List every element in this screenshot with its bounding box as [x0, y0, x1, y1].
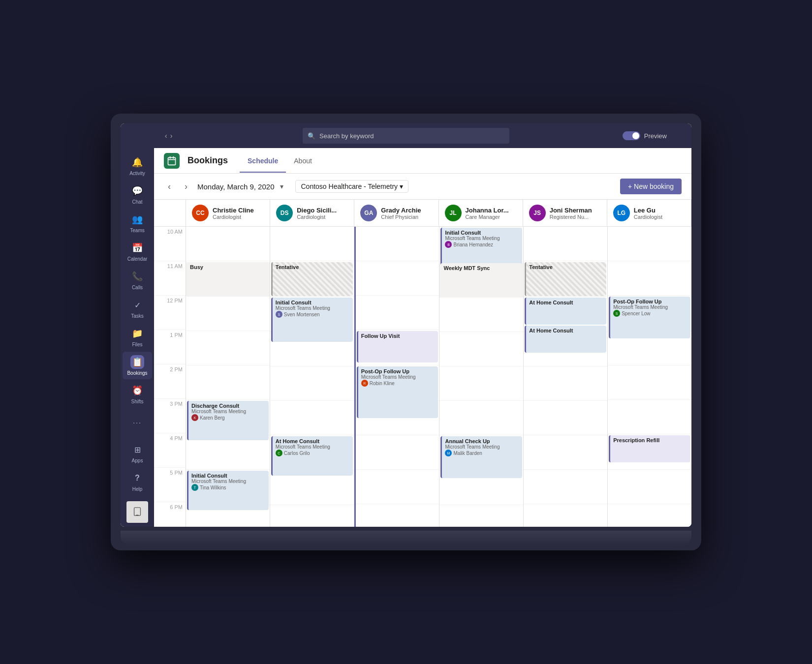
event-athome-diego[interactable]: At Home Consult Microsoft Teams Meeting … — [271, 436, 353, 476]
cell-grady-11[interactable] — [356, 261, 439, 296]
event-discharge-christie[interactable]: Discharge Consult Microsoft Teams Meetin… — [187, 401, 269, 440]
new-booking-button[interactable]: + New booking — [620, 179, 682, 194]
cell-joni-6[interactable] — [524, 504, 607, 527]
cell-leegu-4[interactable]: Prescription Refill — [608, 435, 691, 470]
event-tentative-diego[interactable]: Tentative — [271, 262, 353, 296]
sidebar-item-more[interactable]: ··· — [123, 409, 152, 436]
cell-leegu-6[interactable] — [608, 504, 691, 527]
cell-grady-4[interactable] — [356, 435, 439, 470]
staff-name-johanna: Johanna Lor... — [466, 207, 509, 214]
cell-johanna-3[interactable] — [439, 401, 523, 435]
cell-leegu-12[interactable]: Post-Op Follow Up Microsoft Teams Meetin… — [608, 297, 691, 331]
cell-diego-11[interactable]: Tentative — [270, 262, 354, 297]
sidebar-item-bookings[interactable]: 📋 Bookings — [123, 352, 152, 379]
cell-diego-6[interactable] — [270, 505, 354, 527]
cell-christie-2[interactable] — [186, 365, 270, 400]
next-date-button[interactable]: › — [181, 180, 191, 194]
cell-diego-12[interactable]: Initial Consult Microsoft Teams Meeting … — [270, 298, 354, 332]
cell-christie-4[interactable] — [186, 435, 270, 470]
cell-joni-10[interactable] — [524, 227, 607, 261]
search-bar[interactable]: 🔍 Search by keyword — [303, 128, 509, 144]
date-dropdown-icon[interactable]: ▾ — [280, 182, 283, 190]
cell-joni-2[interactable] — [524, 366, 607, 401]
cell-grady-2[interactable]: Post-Op Follow Up Microsoft Teams Meetin… — [356, 366, 439, 401]
cell-leegu-11[interactable] — [608, 261, 691, 296]
cell-johanna-12[interactable] — [439, 298, 523, 332]
calendar-container[interactable]: CC Christie Cline Cardiologist DS Diego … — [154, 200, 691, 527]
forward-button[interactable]: › — [170, 132, 173, 140]
staff-role-christie: Cardiologist — [213, 214, 254, 220]
cell-grady-12[interactable] — [356, 296, 439, 330]
cell-leegu-5[interactable] — [608, 470, 691, 504]
toggle-knob — [632, 132, 639, 139]
cell-joni-5[interactable] — [524, 470, 607, 504]
grid-col-diego: Tentative Initial Consult Microsoft Team… — [270, 227, 354, 527]
cell-joni-11[interactable]: Tentative — [524, 262, 607, 297]
cell-grady-6[interactable] — [356, 504, 439, 527]
sidebar-item-help[interactable]: ? Help — [123, 468, 152, 495]
sidebar-item-activity[interactable]: 🔔 Activity — [123, 152, 152, 180]
cell-joni-3[interactable] — [524, 401, 607, 435]
event-mdt-johanna[interactable]: Weekly MDT Sync — [440, 263, 522, 297]
event-initial-christie[interactable]: Initial Consult Microsoft Teams Meeting … — [187, 471, 269, 510]
sidebar-item-chat[interactable]: 💬 Chat — [123, 181, 152, 208]
tab-schedule[interactable]: Schedule — [240, 150, 286, 173]
cell-johanna-11[interactable]: Weekly MDT Sync — [439, 263, 523, 298]
sidebar-item-teams[interactable]: 👥 Teams — [123, 209, 152, 237]
sidebar-item-files[interactable]: 📁 Files — [123, 323, 152, 351]
event-busy-christie[interactable]: Busy — [187, 262, 269, 296]
cell-christie-3[interactable]: Discharge Consult Microsoft Teams Meetin… — [186, 401, 270, 435]
sidebar-item-shifts[interactable]: ⏰ Shifts — [123, 380, 152, 408]
prev-date-button[interactable]: ‹ — [164, 180, 175, 194]
event-prescription-leegu[interactable]: Prescription Refill — [609, 435, 690, 462]
time-10am: 10 AM — [154, 227, 186, 261]
cell-christie-1[interactable] — [186, 331, 270, 365]
sidebar-item-tasks[interactable]: ✓ Tasks — [123, 295, 152, 322]
tab-about[interactable]: About — [286, 150, 320, 173]
cell-christie-10[interactable] — [186, 227, 270, 261]
person-avatar-d2: C — [276, 450, 282, 456]
cell-joni-12[interactable]: At Home Consult At Home Consult — [524, 298, 607, 332]
cell-diego-5[interactable] — [270, 471, 354, 505]
cell-christie-12[interactable] — [186, 297, 270, 331]
event-postop-leegu[interactable]: Post-Op Follow Up Microsoft Teams Meetin… — [609, 297, 690, 338]
cell-christie-5[interactable]: Initial Consult Microsoft Teams Meeting … — [186, 471, 270, 505]
cell-johanna-6[interactable] — [439, 505, 523, 527]
calendar-toolbar: ‹ › Monday, March 9, 2020 ▾ Contoso Heal… — [154, 174, 691, 200]
event-athome-title-j2: At Home Consult — [529, 328, 603, 333]
cell-christie-11[interactable]: Busy — [186, 262, 270, 297]
cell-diego-4[interactable]: At Home Consult Microsoft Teams Meeting … — [270, 436, 354, 471]
cell-grady-1[interactable]: Follow Up Visit — [356, 331, 439, 365]
event-initial-diego[interactable]: Initial Consult Microsoft Teams Meeting … — [271, 298, 353, 342]
event-athome-joni2[interactable]: At Home Consult — [525, 326, 606, 353]
cell-diego-3[interactable] — [270, 401, 354, 435]
event-athome-joni1[interactable]: At Home Consult — [525, 298, 606, 325]
cell-joni-4[interactable] — [524, 435, 607, 470]
cell-diego-10[interactable] — [270, 227, 354, 261]
org-selector[interactable]: Contoso Healthcare - Telemetry ▾ — [295, 180, 408, 193]
staff-name-diego: Diego Sicili... — [297, 207, 337, 214]
time-column: 10 AM 11 AM 12 PM 1 PM 2 PM 3 PM 4 PM 5 … — [154, 227, 186, 527]
event-followup-grady[interactable]: Follow Up Visit — [357, 331, 438, 362]
cell-grady-10[interactable] — [356, 227, 439, 261]
cell-grady-5[interactable] — [356, 470, 439, 504]
device-icon[interactable] — [126, 501, 148, 523]
preview-switch[interactable] — [623, 131, 640, 140]
sidebar-item-calendar[interactable]: 📅 Calendar — [123, 238, 152, 265]
cell-johanna-1[interactable] — [439, 332, 523, 366]
event-tentative-joni[interactable]: Tentative — [525, 262, 606, 296]
cell-leegu-3[interactable] — [608, 400, 691, 434]
event-postop-grady[interactable]: Post-Op Follow Up Microsoft Teams Meetin… — [357, 366, 438, 418]
sidebar-item-apps[interactable]: ⊞ Apps — [123, 439, 152, 467]
event-annual-johanna[interactable]: Annual Check Up Microsoft Teams Meeting … — [440, 436, 522, 478]
cell-diego-2[interactable] — [270, 366, 354, 401]
current-date[interactable]: Monday, March 9, 2020 — [197, 182, 274, 191]
cell-johanna-2[interactable] — [439, 366, 523, 401]
sidebar-item-calls[interactable]: 📞 Calls — [123, 266, 152, 294]
back-button[interactable]: ‹ — [165, 132, 167, 140]
cell-johanna-10[interactable]: Initial Consult Microsoft Teams Meeting … — [439, 228, 523, 262]
cell-leegu-2[interactable] — [608, 365, 691, 400]
grid-col-johanna: Initial Consult Microsoft Teams Meeting … — [439, 227, 524, 527]
cell-johanna-4[interactable]: Annual Check Up Microsoft Teams Meeting … — [439, 436, 523, 471]
cell-leegu-10[interactable] — [608, 227, 691, 261]
